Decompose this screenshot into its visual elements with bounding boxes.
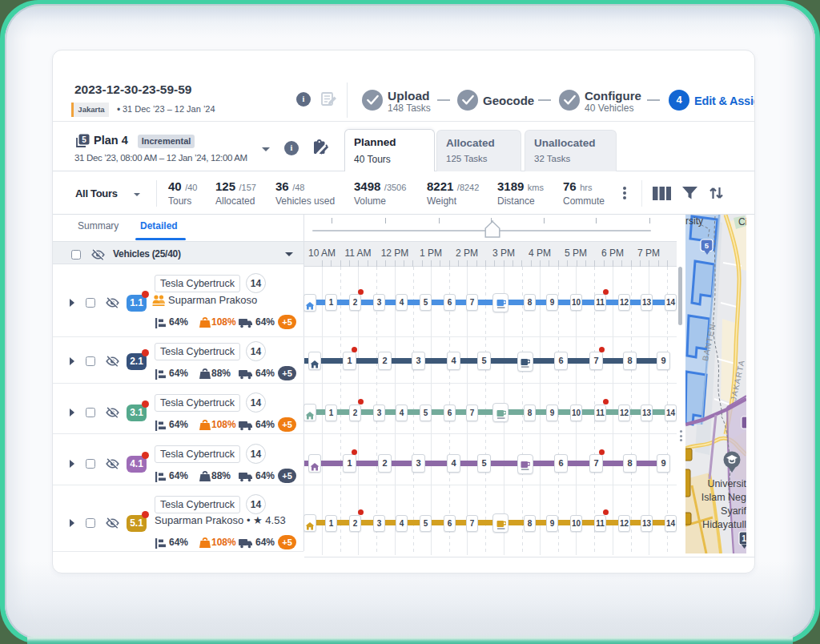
svg-text:5: 5 (705, 241, 709, 250)
svg-text:Universit: Universit (707, 478, 746, 489)
svg-text:5: 5 (82, 135, 86, 144)
svg-text:Ci: Ci (738, 216, 746, 227)
svg-text:Syarif: Syarif (721, 505, 746, 517)
svg-text:Islam Neg: Islam Neg (701, 492, 746, 503)
svg-text:1: 1 (742, 534, 746, 543)
svg-text:rsity: rsity (685, 215, 703, 227)
svg-text:Hidayatull: Hidayatull (702, 519, 746, 530)
